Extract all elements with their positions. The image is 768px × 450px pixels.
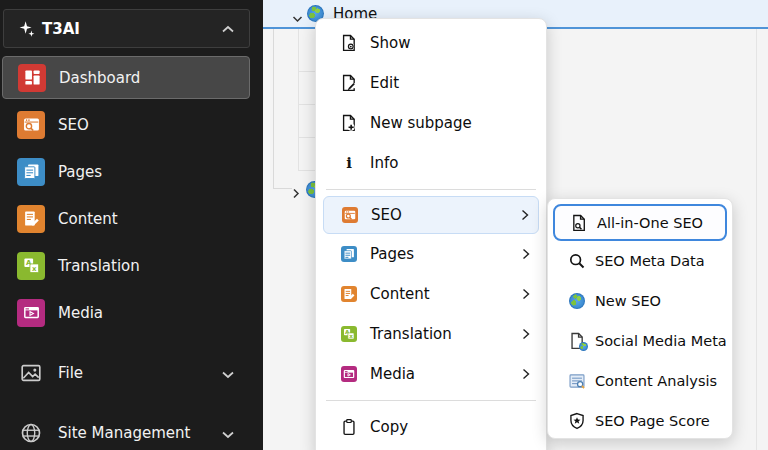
chevron-down-icon[interactable] [292,8,303,27]
sidebar-item-label: Dashboard [59,69,140,87]
module-sidebar: T3AI Dashboard SEO Pages [0,0,263,450]
menu-item-label: New subpage [370,114,472,132]
seo-submenu: All-in-One SEO SEO Meta Data New SEO Soc… [547,198,733,439]
chevron-right-icon [522,365,530,384]
svg-text:x: x [349,333,353,339]
sidebar-item-content[interactable]: Content [0,197,263,240]
submenu-item-label: SEO Meta Data [595,253,705,269]
sidebar-section-site-management[interactable]: Site Management [0,412,263,450]
menu-item-media[interactable]: Media [316,354,546,394]
media-icon [340,365,358,383]
app-window: T3AI Dashboard SEO Pages [0,0,768,450]
submenu-item-new-seo[interactable]: New SEO [548,281,732,321]
menu-item-label: Show [370,34,410,52]
page-globe-icon [568,332,586,350]
chevron-right-icon [521,206,529,225]
shield-star-icon [568,412,586,430]
clipboard-icon [340,418,358,436]
menu-item-label: Copy [370,418,408,436]
globe-icon [568,292,586,310]
tree-guide-line [298,137,315,138]
translation-icon: Ax [17,252,45,280]
sidebar-section-label: File [58,364,83,382]
pages-icon [17,158,45,186]
magnifier-icon [568,252,586,270]
menu-item-label: Pages [370,245,414,263]
dashboard-icon [18,64,46,92]
menu-item-seo[interactable]: SEO [323,196,539,234]
context-menu: Show Edit New subpage i Info [315,18,547,450]
submenu-item-seo-page-score[interactable]: SEO Page Score [548,401,732,441]
menu-item-label: Info [370,154,398,172]
sidebar-item-translation[interactable]: Ax Translation [0,244,263,287]
tree-guide-line [273,29,274,189]
menu-item-content[interactable]: Content [316,274,546,314]
menu-item-label: Content [370,285,430,303]
menu-item-new-subpage[interactable]: New subpage [316,103,546,143]
menu-item-show[interactable]: Show [316,23,546,63]
submenu-item-content-analysis[interactable]: Content Analysis [548,361,732,401]
chevron-right-icon [522,325,530,344]
sidebar-item-label: Media [58,304,103,322]
sidebar-item-pages[interactable]: Pages [0,150,263,193]
sidebar-item-label: SEO [58,116,89,134]
menu-divider [326,189,536,190]
content-icon [17,205,45,233]
chevron-down-icon [221,424,235,443]
seo-icon [17,111,45,139]
view-page-icon [340,34,358,52]
menu-item-label: Edit [370,74,399,92]
submenu-item-seo-meta-data[interactable]: SEO Meta Data [548,241,732,281]
media-icon [17,299,45,327]
sidebar-item-dashboard[interactable]: Dashboard [2,56,250,99]
submenu-item-label: All-in-One SEO [597,215,703,231]
sidebar-item-label: Pages [58,163,102,181]
tree-guide-line [298,71,315,72]
submenu-item-all-in-one-seo[interactable]: All-in-One SEO [553,204,727,241]
translation-icon: Ax [340,325,358,343]
sidebar-section-file[interactable]: File [0,352,263,394]
chevron-right-icon [522,245,530,264]
menu-item-edit[interactable]: Edit [316,63,546,103]
chevron-up-icon [221,19,235,38]
info-icon: i [340,154,358,172]
submenu-item-label: Social Media Meta [595,333,727,349]
doc-analysis-icon [568,372,586,390]
sparkles-icon [18,20,36,42]
image-icon [20,362,42,384]
sidebar-item-label: Translation [58,257,140,275]
tree-guide-line [298,170,315,171]
sidebar-section-label: Site Management [58,424,190,442]
chevron-right-icon [522,285,530,304]
menu-item-info[interactable]: i Info [316,143,546,183]
submenu-item-label: Content Analysis [595,373,717,389]
submenu-item-label: SEO Page Score [595,413,710,429]
sidebar-item-media[interactable]: Media [0,291,263,334]
submenu-item-social-media-meta[interactable]: Social Media Meta [548,321,732,361]
submenu-item-label: New SEO [595,293,661,309]
t3ai-collapsible-header[interactable]: T3AI [3,9,250,48]
chevron-right-icon[interactable] [292,184,300,203]
edit-page-icon [340,74,358,92]
menu-item-pages[interactable]: Pages [316,234,546,274]
tree-guide-line [298,29,299,170]
seo-icon [341,206,359,224]
page-search-icon [570,214,588,232]
menu-item-label: SEO [371,206,402,224]
sidebar-item-seo[interactable]: SEO [0,103,263,146]
menu-divider [326,400,536,401]
chevron-down-icon [221,364,235,383]
content-icon [340,285,358,303]
pages-icon [340,245,358,263]
panel-divider [756,0,757,450]
menu-item-copy[interactable]: Copy [316,407,546,447]
globe-icon [579,342,588,351]
svg-text:x: x [32,265,37,273]
globe-outline-icon [20,422,42,444]
menu-item-label: Media [370,365,415,383]
t3ai-title: T3AI [42,20,80,38]
tree-guide-line [298,104,315,105]
sidebar-item-label: Content [58,210,118,228]
menu-item-translation[interactable]: Ax Translation [316,314,546,354]
new-page-icon [340,114,358,132]
